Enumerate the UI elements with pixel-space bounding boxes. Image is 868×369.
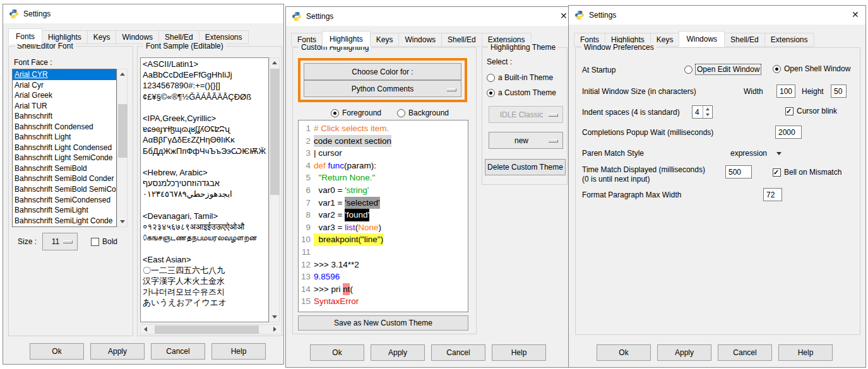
code-segment-hit[interactable]: 'found': [345, 209, 369, 221]
tab-shell-ed[interactable]: Shell/Ed: [441, 33, 482, 47]
scroll-down-button[interactable]: [117, 217, 127, 226]
code-segment-break[interactable]: breakpoint("line"): [314, 233, 383, 246]
code-line[interactable]: 6 var0 = 'string': [300, 184, 467, 197]
code-segment-normal[interactable]: (param):: [344, 160, 376, 172]
code-segment-normal[interactable]: >>> pri: [314, 283, 343, 296]
foreground-radio-row[interactable]: Foreground: [331, 108, 381, 117]
sample-h-scrollbar[interactable]: [140, 324, 280, 334]
font-list-item[interactable]: Bahnschrift SemiBold SemiCo: [13, 184, 116, 195]
cancel-button[interactable]: Cancel: [151, 343, 205, 360]
code-segment-string[interactable]: "Return None.": [319, 172, 376, 184]
code-line[interactable]: 8 var2 = 'found': [300, 209, 467, 221]
code-segment-keyword[interactable]: def: [314, 160, 326, 172]
code-line[interactable]: 1# Click selects item.: [300, 122, 467, 135]
font-list-item[interactable]: Bahnschrift SemiLight Conde: [13, 216, 116, 226]
choose-color-button[interactable]: Choose Color for :: [304, 63, 461, 80]
tab-keys[interactable]: Keys: [87, 30, 117, 44]
code-segment-normal[interactable]: var1 =: [314, 197, 345, 209]
sample-v-scrollbar[interactable]: [269, 57, 280, 322]
scroll-right-button[interactable]: [270, 325, 280, 334]
scrollbar-thumb[interactable]: [118, 104, 128, 158]
code-segment-builtin[interactable]: list: [345, 221, 355, 234]
code-segment-normal[interactable]: var0 =: [314, 184, 345, 197]
tab-extensions[interactable]: Extensions: [764, 33, 814, 47]
cursor-blink-row[interactable]: Cursor blink: [785, 107, 837, 115]
bell-on-mismatch-checkbox[interactable]: [773, 168, 781, 177]
code-segment-normal[interactable]: >>> 3.14**2: [314, 259, 359, 271]
code-segment-error[interactable]: nt: [343, 283, 350, 296]
code-segment-keyword[interactable]: None: [358, 221, 378, 234]
bold-checkbox-row[interactable]: Bold: [91, 237, 117, 246]
code-segment-normal[interactable]: | cursor: [314, 147, 342, 160]
help-button[interactable]: Help: [492, 344, 546, 361]
code-segment-stderr[interactable]: SyntaxError: [314, 295, 359, 308]
code-line[interactable]: 4def func(param):: [300, 160, 467, 172]
ok-button[interactable]: Ok: [310, 344, 364, 361]
code-segment-hilite[interactable]: 'selected': [345, 197, 379, 209]
scroll-up-button[interactable]: [270, 58, 279, 67]
scroll-left-button[interactable]: [141, 325, 150, 334]
code-segment-normal[interactable]: ): [378, 221, 381, 234]
font-list-item[interactable]: Bahnschrift Condensed: [13, 122, 116, 132]
font-list-item[interactable]: Bahnschrift Light Condensed: [13, 143, 116, 153]
code-segment-stdout[interactable]: 9.8596: [314, 271, 340, 283]
completions-input[interactable]: 2000: [775, 126, 802, 139]
highlight-sample-textarea[interactable]: 1# Click selects item.2code context sect…: [298, 120, 468, 312]
custom-theme-radio-row[interactable]: a Custom Theme: [487, 88, 556, 97]
close-icon[interactable]: ✕: [560, 11, 568, 20]
apply-button[interactable]: Apply: [371, 344, 425, 361]
font-face-listbox[interactable]: Arial CYRArial CyrArial GreekArial TURBa…: [12, 69, 117, 227]
builtin-theme-dropdown[interactable]: IDLE Classic: [489, 106, 563, 123]
background-radio-row[interactable]: Background: [397, 108, 449, 117]
font-list-item[interactable]: Bahnschrift SemiBold: [13, 163, 116, 174]
code-line[interactable]: 5 "Return None.": [300, 172, 467, 184]
apply-button[interactable]: Apply: [657, 344, 711, 361]
code-segment-normal[interactable]: var2 =: [314, 209, 345, 221]
highlight-target-dropdown[interactable]: Python Comments: [304, 80, 461, 97]
open-shell-window-radio-row[interactable]: Open Shell Window: [773, 64, 850, 73]
code-line[interactable]: 15SyntaxError: [300, 295, 467, 308]
font-list-item[interactable]: Bahnschrift SemiCondensed: [13, 195, 116, 206]
width-input[interactable]: 100: [776, 85, 795, 98]
foreground-radio[interactable]: [331, 109, 339, 117]
code-segment-defname[interactable]: func: [328, 160, 345, 172]
font-list-item[interactable]: Bahnschrift: [13, 111, 116, 122]
code-segment-comment[interactable]: # Click selects item.: [314, 122, 389, 135]
code-line[interactable]: 2code context section: [300, 135, 467, 148]
tab-windows[interactable]: Windows: [398, 33, 442, 47]
code-line[interactable]: 14>>> pri nt(: [300, 283, 467, 296]
paren-match-combobox[interactable]: expression: [730, 149, 782, 158]
font-list-item[interactable]: Bahnschrift Light SemiConde: [13, 153, 116, 163]
code-segment-context[interactable]: code context section: [314, 135, 391, 148]
ok-button[interactable]: Ok: [30, 343, 84, 360]
code-line[interactable]: 7 var1 = 'selected': [300, 197, 467, 209]
tab-highlights[interactable]: Highlights: [322, 31, 371, 47]
cancel-button[interactable]: Cancel: [431, 344, 485, 361]
background-radio[interactable]: [397, 109, 405, 117]
scroll-up-button[interactable]: [117, 69, 127, 79]
font-list-scrollbar[interactable]: [117, 69, 128, 227]
font-list-item[interactable]: Arial TUR: [13, 101, 116, 112]
code-line[interactable]: 3| cursor: [300, 147, 467, 160]
font-sample-textarea[interactable]: <ASCII/Latin1>AaBbCcDdEeFfGgHhIiJj123456…: [140, 57, 269, 322]
tab-keys[interactable]: Keys: [370, 33, 400, 47]
save-theme-button[interactable]: Save as New Custom Theme: [298, 315, 468, 331]
code-line[interactable]: 9 var3 = list(None): [300, 221, 467, 234]
apply-button[interactable]: Apply: [90, 343, 145, 360]
font-list-item[interactable]: Arial Cyr: [13, 80, 116, 91]
titlebar[interactable]: Settings ✕: [286, 7, 575, 26]
height-input[interactable]: 50: [831, 85, 847, 98]
cursor-blink-checkbox[interactable]: [785, 107, 794, 115]
titlebar[interactable]: Settings ✕: [569, 6, 865, 25]
code-line[interactable]: 12>>> 3.14**2: [300, 259, 467, 271]
font-list-item[interactable]: Bahnschrift SemiBold Conder: [13, 173, 116, 184]
cancel-button[interactable]: Cancel: [718, 344, 772, 361]
close-icon[interactable]: ✕: [852, 10, 859, 19]
indent-spinbox[interactable]: 4: [692, 105, 713, 119]
open-edit-window-radio-row[interactable]: Open Edit Window: [684, 64, 761, 74]
font-list-item[interactable]: Bahnschrift Light: [13, 132, 116, 143]
code-segment-normal[interactable]: var3 =: [314, 221, 345, 234]
custom-theme-dropdown[interactable]: new: [489, 132, 563, 149]
bold-checkbox[interactable]: [91, 238, 99, 246]
builtin-theme-radio[interactable]: [487, 74, 495, 82]
